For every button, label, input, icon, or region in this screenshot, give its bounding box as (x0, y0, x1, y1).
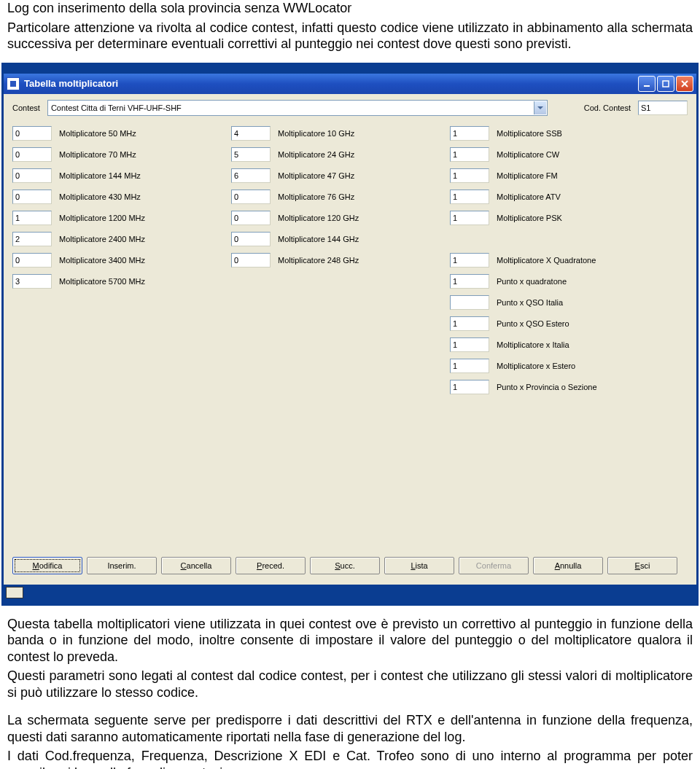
para-molti: Questa tabella moltiplicatori viene util… (7, 616, 693, 665)
cod-contest-input[interactable]: S1 (638, 101, 688, 115)
mult-24ghz-input[interactable]: 5 (231, 147, 271, 162)
mult-ssb-label: Moltiplicatore SSB (497, 129, 562, 138)
close-button[interactable] (676, 76, 693, 92)
mult-5700mhz-input[interactable]: 3 (12, 274, 52, 289)
punto-qso-italia-input[interactable] (450, 295, 489, 310)
mult-50mhz-label: Moltiplicatore 50 MHz (59, 129, 136, 138)
para-schermata: La schermata seguente serve per predispo… (7, 712, 693, 745)
mult-cw-input[interactable]: 1 (450, 147, 489, 162)
mult-italia-label: Moltiplicatore x Italia (497, 340, 569, 349)
screenshot-region: Tabella moltiplicatori Contest Contest C… (1, 63, 699, 606)
svg-rect-0 (644, 85, 650, 87)
mult-76ghz-input[interactable]: 0 (231, 190, 271, 204)
modifica-button[interactable]: Modifica (12, 557, 82, 574)
mult-10ghz-input[interactable]: 4 (231, 126, 271, 141)
punto-qso-estero-label: Punto x QSO Estero (497, 319, 569, 328)
mult-3400mhz-input[interactable]: 0 (12, 253, 52, 268)
column-band-multipliers-high: 4Moltiplicatore 10 GHz 5Moltiplicatore 2… (231, 126, 421, 401)
svg-rect-1 (663, 81, 669, 87)
mult-atv-label: Moltiplicatore ATV (497, 192, 561, 201)
esci-button[interactable]: Esci (607, 557, 677, 574)
mult-430mhz-label: Moltiplicatore 430 MHz (59, 192, 141, 201)
maximize-button[interactable] (657, 76, 674, 92)
mult-psk-label: Moltiplicatore PSK (497, 214, 562, 222)
punto-provincia-input[interactable]: 1 (450, 380, 489, 394)
mult-quadratone-input[interactable]: 1 (450, 253, 489, 268)
mult-10ghz-label: Moltiplicatore 10 GHz (278, 129, 354, 138)
button-bar: Modifica Inserim. Cancella Preced. Succ.… (12, 554, 688, 579)
mult-144mhz-label: Moltiplicatore 144 MHz (59, 171, 141, 180)
punto-qso-estero-input[interactable]: 1 (450, 316, 489, 331)
body-text: Questa tabella moltiplicatori viene util… (0, 613, 700, 770)
annulla-button[interactable]: Annulla (533, 557, 603, 574)
contest-label: Contest (12, 104, 40, 112)
mult-fm-input[interactable]: 1 (450, 168, 489, 183)
punto-quadratone-input[interactable]: 1 (450, 274, 489, 289)
mult-atv-input[interactable]: 1 (450, 190, 489, 204)
mult-120ghz-input[interactable]: 0 (231, 211, 271, 225)
mult-1200mhz-input[interactable]: 1 (12, 211, 52, 225)
mult-76ghz-label: Moltiplicatore 76 GHz (278, 192, 354, 201)
mult-144mhz-input[interactable]: 0 (12, 168, 52, 183)
window-title: Tabella moltiplicatori (24, 78, 638, 89)
chevron-down-icon[interactable] (534, 101, 546, 114)
conferma-button: Conferma (459, 557, 529, 574)
mult-70mhz-label: Moltiplicatore 70 MHz (59, 150, 136, 159)
contest-dropdown-value: Contest Citta di Terni VHF-UHF-SHF (51, 104, 182, 112)
mult-47ghz-input[interactable]: 6 (231, 168, 271, 183)
cancella-button[interactable]: Cancella (161, 557, 231, 574)
column-band-multipliers-low: 0Moltiplicatore 50 MHz 0Moltiplicatore 7… (12, 126, 202, 401)
intro-line-2: Particolare attenzione va rivolta al cod… (7, 20, 693, 52)
mult-50mhz-input[interactable]: 0 (12, 126, 52, 141)
desktop-strip-bottom (3, 585, 697, 604)
preced-button[interactable]: Preced. (236, 557, 306, 574)
mult-estero-label: Moltiplicatore x Estero (497, 362, 575, 370)
mult-2400mhz-input[interactable]: 2 (12, 232, 52, 246)
para-cod-freq: I dati Cod.frequenza, Frequenza, Descriz… (7, 748, 693, 769)
mult-3400mhz-label: Moltiplicatore 3400 MHz (59, 256, 145, 265)
mult-24ghz-label: Moltiplicatore 24 GHz (278, 150, 354, 159)
inserim-button[interactable]: Inserim. (87, 557, 157, 574)
app-icon (7, 77, 20, 90)
titlebar[interactable]: Tabella moltiplicatori (4, 74, 696, 94)
mult-estero-input[interactable]: 1 (450, 359, 489, 373)
mult-1200mhz-label: Moltiplicatore 1200 MHz (59, 214, 145, 222)
mult-quadratone-label: Moltiplicatore X Quadratone (497, 256, 596, 265)
mult-47ghz-label: Moltiplicatore 47 GHz (278, 171, 354, 180)
intro-line-1: Log con inserimento della sola provincia… (7, 0, 693, 17)
para-parametri: Questi parametri sono legati al contest … (7, 668, 693, 700)
contest-dropdown[interactable]: Contest Citta di Terni VHF-UHF-SHF (47, 100, 548, 116)
mult-430mhz-input[interactable]: 0 (12, 190, 52, 204)
mult-144ghz-label: Moltiplicatore 144 GHz (278, 235, 359, 243)
window-body: Contest Contest Citta di Terni VHF-UHF-S… (4, 94, 696, 585)
lista-button[interactable]: Lista (384, 557, 454, 574)
mult-ssb-input[interactable]: 1 (450, 126, 489, 141)
column-mode-multipliers: 1Moltiplicatore SSB 1Moltiplicatore CW 1… (450, 126, 669, 401)
succ-button[interactable]: Succ. (310, 557, 380, 574)
punto-provincia-label: Punto x Provincia o Sezione (497, 383, 597, 391)
taskbar-tab[interactable] (6, 587, 23, 598)
intro-paragraph: Log con inserimento della sola provincia… (0, 0, 700, 60)
mult-fm-label: Moltiplicatore FM (497, 171, 558, 180)
mult-2400mhz-label: Moltiplicatore 2400 MHz (59, 235, 145, 243)
mult-psk-input[interactable]: 1 (450, 211, 489, 225)
mult-70mhz-input[interactable]: 0 (12, 147, 52, 162)
mult-italia-input[interactable]: 1 (450, 337, 489, 352)
mult-120ghz-label: Moltiplicatore 120 GHz (278, 214, 359, 222)
desktop-strip-top (3, 64, 697, 73)
mult-144ghz-input[interactable]: 0 (231, 232, 271, 246)
cod-contest-label: Cod. Contest (584, 104, 631, 112)
mult-248ghz-label: Moltiplicatore 248 GHz (278, 256, 359, 265)
punto-qso-italia-label: Punto x QSO Italia (497, 298, 563, 307)
mult-5700mhz-label: Moltiplicatore 5700 MHz (59, 277, 145, 286)
mult-248ghz-input[interactable]: 0 (231, 253, 271, 268)
mult-cw-label: Moltiplicatore CW (497, 150, 559, 159)
window-tabella-moltiplicatori: Tabella moltiplicatori Contest Contest C… (3, 73, 697, 585)
minimize-button[interactable] (638, 76, 656, 92)
punto-quadratone-label: Punto x quadratone (497, 277, 567, 286)
